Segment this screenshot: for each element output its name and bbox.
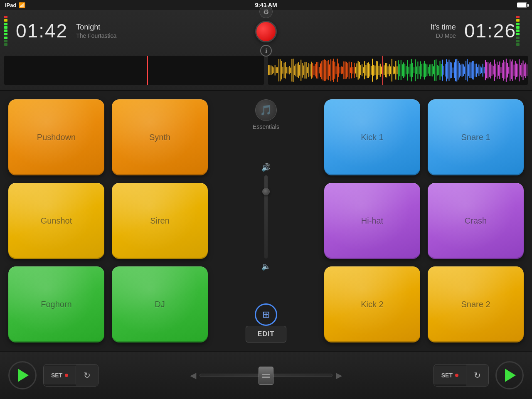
record-button[interactable] xyxy=(255,21,277,42)
vu-bar xyxy=(516,19,520,22)
essentials-button[interactable]: 🎵 Essentials xyxy=(253,99,279,130)
volume-low-icon: 🔈 xyxy=(261,262,271,271)
music-icon: 🎵 xyxy=(255,99,277,121)
volume-slider[interactable] xyxy=(264,175,268,259)
waveform-left[interactable]: // drawn inline below via JS xyxy=(4,56,264,85)
vu-bar xyxy=(516,33,520,35)
pad-crash[interactable]: Crash xyxy=(428,183,524,259)
volume-high-icon: 🔊 xyxy=(261,163,271,172)
crossfader-arrow-right[interactable]: ▶ xyxy=(336,370,342,380)
pad-pushdown[interactable]: Pushdown xyxy=(8,99,104,175)
center-panel: 🎵 Essentials 🔊 🔈 ⊞ EDIT xyxy=(208,99,324,342)
vu-bar xyxy=(4,40,7,42)
deck-right: 01:26 It's time DJ Moe xyxy=(291,20,516,42)
play-button-left[interactable] xyxy=(8,361,37,389)
track-title-left: Tonight xyxy=(76,23,116,32)
top-deck: 01:42 Tonight The Fourtastica ⚙ ℹ 01:26 … xyxy=(0,10,532,91)
status-time: 9:41 AM xyxy=(255,2,277,8)
waveform-right-needle xyxy=(382,56,383,85)
loop-button-right[interactable]: ↻ xyxy=(466,365,488,386)
set-dot-left xyxy=(65,374,68,377)
pad-snare1[interactable]: Snare 1 xyxy=(428,99,524,175)
vu-bar xyxy=(4,16,7,18)
deck-right-time: 01:26 xyxy=(464,20,516,42)
crossfader-line xyxy=(262,374,270,375)
waveform-left-needle xyxy=(147,56,148,85)
track-artist-left: The Fourtastica xyxy=(76,32,116,39)
vu-bar xyxy=(516,43,520,46)
pad-siren[interactable]: Siren xyxy=(112,183,208,259)
pad-snare2[interactable]: Snare 2 xyxy=(428,266,524,342)
vu-bar xyxy=(516,37,520,39)
pad-foghorn[interactable]: Foghorn xyxy=(8,266,104,342)
deck-controls: 01:42 Tonight The Fourtastica ⚙ ℹ 01:26 … xyxy=(0,10,532,52)
crossfader-section: ◀ ▶ xyxy=(105,370,427,380)
pad-section-left: Pushdown Synth Gunshot Siren Foghorn DJ xyxy=(8,99,208,342)
vu-bar xyxy=(4,19,7,22)
set-label-right: SET xyxy=(441,372,453,379)
crossfader-line xyxy=(262,377,270,378)
track-info-left: Tonight The Fourtastica xyxy=(76,23,116,39)
device-label: iPad xyxy=(5,2,16,8)
pad-kick1[interactable]: Kick 1 xyxy=(324,99,420,175)
vu-bar xyxy=(4,43,7,46)
essentials-label: Essentials xyxy=(253,123,279,130)
vu-bar xyxy=(516,16,520,18)
deck-center-controls: ⚙ ℹ xyxy=(241,5,291,57)
crossfader-arrow-left[interactable]: ◀ xyxy=(190,370,196,380)
grid-button[interactable]: ⊞ xyxy=(255,303,277,326)
vu-bar xyxy=(4,33,7,35)
vu-bar xyxy=(4,26,7,29)
deck-left-time: 01:42 xyxy=(16,20,68,42)
set-button-right[interactable]: SET xyxy=(434,366,466,384)
track-info-right: It's time DJ Moe xyxy=(430,23,456,39)
play-icon-left xyxy=(18,369,29,382)
play-button-right[interactable] xyxy=(495,361,524,389)
volume-knob[interactable] xyxy=(262,188,270,195)
edit-button[interactable]: EDIT xyxy=(246,326,286,342)
set-controls-left[interactable]: SET ↻ xyxy=(43,364,99,387)
crossfader-handle[interactable] xyxy=(259,367,273,385)
set-label-left: SET xyxy=(51,372,62,379)
vu-bar xyxy=(516,40,520,42)
waveform-right[interactable] xyxy=(268,56,528,85)
crossfader-track[interactable] xyxy=(200,374,332,377)
pad-kick2[interactable]: Kick 2 xyxy=(324,266,420,342)
set-controls-right[interactable]: SET ↻ xyxy=(433,364,489,387)
play-icon-right xyxy=(505,369,516,382)
track-artist-right: DJ Moe xyxy=(430,32,456,39)
bottom-bar: SET ↻ ◀ ▶ SET ↻ xyxy=(0,351,532,399)
pad-dj[interactable]: DJ xyxy=(112,266,208,342)
battery-icon xyxy=(517,2,527,7)
main-content: Pushdown Synth Gunshot Siren Foghorn DJ … xyxy=(0,91,532,351)
wifi-icon: 📶 xyxy=(19,2,25,8)
set-dot-right xyxy=(455,374,458,377)
vu-bar xyxy=(516,23,520,25)
vu-bar xyxy=(4,30,7,32)
pad-synth[interactable]: Synth xyxy=(112,99,208,175)
vu-bar xyxy=(4,23,7,25)
vu-meter-right xyxy=(516,14,528,47)
status-left: iPad 📶 xyxy=(5,2,25,8)
pad-hihat[interactable]: Hi-hat xyxy=(324,183,420,259)
pad-gunshot[interactable]: Gunshot xyxy=(8,183,104,259)
waveform-area: // drawn inline below via JS xyxy=(0,52,532,89)
vu-meter-left xyxy=(4,14,16,47)
loop-button-left[interactable]: ↻ xyxy=(76,365,98,386)
vu-bar xyxy=(4,37,7,39)
set-button-left[interactable]: SET xyxy=(44,366,76,384)
waveform-left-svg: // drawn inline below via JS xyxy=(4,56,264,85)
pad-section-right: Kick 1 Snare 1 Hi-hat Crash Kick 2 Snare… xyxy=(324,99,524,342)
track-title-right: It's time xyxy=(430,23,456,32)
deck-left: 01:42 Tonight The Fourtastica xyxy=(16,20,241,42)
status-right xyxy=(517,2,527,7)
waveform-right-canvas xyxy=(268,56,528,85)
vu-bar xyxy=(516,26,520,29)
vu-bar xyxy=(516,30,520,32)
volume-slider-container: 🔊 🔈 xyxy=(261,130,271,303)
